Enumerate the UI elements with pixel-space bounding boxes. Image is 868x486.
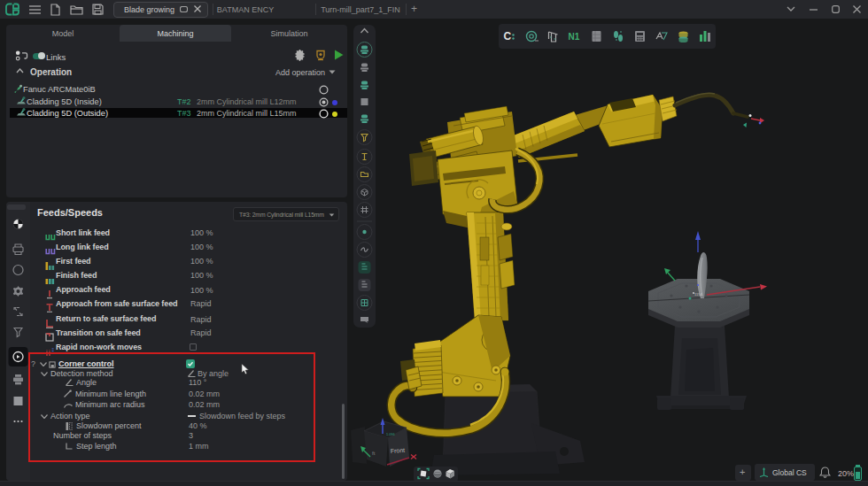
svg-text:1154: 1154 — [694, 292, 702, 297]
svg-text:1.096: 1.096 — [386, 433, 395, 436]
svg-text:N1: N1 — [569, 32, 580, 42]
svg-text:C: C — [504, 30, 512, 42]
svg-text:Front: Front — [391, 447, 406, 454]
svg-text:ft: ft — [372, 451, 376, 456]
